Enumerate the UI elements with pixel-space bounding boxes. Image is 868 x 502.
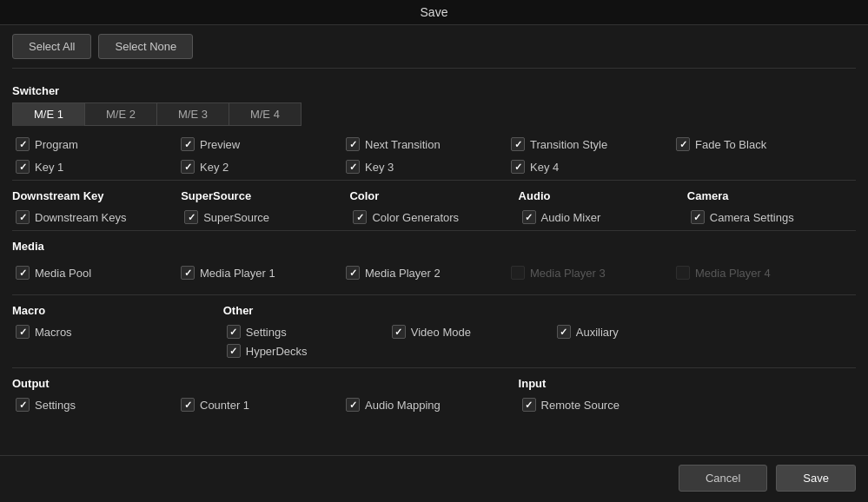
check-downstream-keys-label: Downstream Keys <box>35 211 126 224</box>
check-remote-source-label: Remote Source <box>541 399 620 412</box>
switcher-row1: Program Preview Next Transition Transiti… <box>12 135 856 154</box>
check-media-player3-label: Media Player 3 <box>530 267 606 280</box>
media-row: Media Pool Media Player 1 Media Player 2… <box>12 263 856 282</box>
check-media-player3-box[interactable] <box>511 266 525 280</box>
check-macros-label: Macros <box>35 326 72 339</box>
switcher-tabs: M/E 1 M/E 2 M/E 3 M/E 4 <box>12 102 856 126</box>
cancel-button[interactable]: Cancel <box>679 465 767 492</box>
check-video-mode-label: Video Mode <box>411 326 471 339</box>
check-supersource-label: SuperSource <box>203 211 269 224</box>
check-auxiliary: Auxiliary <box>553 322 719 341</box>
switcher-row2: Key 1 Key 2 Key 3 Key 4 <box>12 157 856 176</box>
check-macros: Macros <box>12 322 177 341</box>
check-camera-settings-box[interactable] <box>691 210 705 224</box>
check-media-player2-label: Media Player 2 <box>365 267 441 280</box>
camera-header: Camera <box>687 189 856 202</box>
check-audio-mapping-label: Audio Mapping <box>365 399 441 412</box>
check-media-pool: Media Pool <box>12 263 177 282</box>
check-downstream-keys-box[interactable] <box>16 210 30 224</box>
check-transition-style: Transition Style <box>507 135 673 154</box>
check-key3-box[interactable] <box>346 160 360 174</box>
macro-other-sections: Macro Macros Other Settings Video Mode <box>12 294 856 364</box>
check-key1-label: Key 1 <box>35 161 63 174</box>
check-media-player1-label: Media Player 1 <box>200 267 275 280</box>
check-settings: Settings <box>223 322 388 341</box>
check-key2: Key 2 <box>177 157 342 176</box>
check-counter1-label: Counter 1 <box>200 399 249 412</box>
check-media-player1-box[interactable] <box>181 266 195 280</box>
tab-me4[interactable]: M/E 4 <box>229 102 301 126</box>
check-next-transition: Next Transition <box>342 135 507 154</box>
check-video-mode: Video Mode <box>388 322 553 341</box>
check-settings-box[interactable] <box>227 325 241 339</box>
audio-section: Audio Audio Mixer <box>519 189 687 227</box>
check-output-settings-box[interactable] <box>16 398 30 412</box>
check-supersource: SuperSource <box>181 208 346 227</box>
title-bar: Save <box>0 0 868 25</box>
save-button[interactable]: Save <box>776 465 856 492</box>
switcher-section: Switcher M/E 1 M/E 2 M/E 3 M/E 4 Program… <box>12 68 856 176</box>
check-media-pool-label: Media Pool <box>35 267 91 280</box>
check-media-pool-box[interactable] <box>16 266 30 280</box>
check-hyperdecks-box[interactable] <box>227 344 241 358</box>
supersource-header: SuperSource <box>181 189 349 202</box>
check-key4-label: Key 4 <box>530 161 559 174</box>
tab-me3[interactable]: M/E 3 <box>156 102 229 126</box>
media-section: Media Media Pool Media Player 1 Media Pl… <box>12 230 856 286</box>
check-counter1: Counter 1 <box>177 395 342 414</box>
check-macros-box[interactable] <box>16 325 30 339</box>
check-output-settings: Settings <box>12 395 177 414</box>
output-header: Output <box>12 377 519 390</box>
check-key4-box[interactable] <box>511 160 525 174</box>
check-auxiliary-box[interactable] <box>557 325 571 339</box>
output-input-sections: Output Settings Counter 1 Audio Mapping … <box>12 367 856 418</box>
check-program-label: Program <box>35 138 78 151</box>
check-media-player4-box[interactable] <box>676 266 690 280</box>
check-camera-settings: Camera Settings <box>687 208 852 227</box>
tab-me2[interactable]: M/E 2 <box>84 102 156 126</box>
macro-header: Macro <box>12 304 223 317</box>
check-color-generators-box[interactable] <box>353 210 367 224</box>
footer: Cancel Save <box>0 455 868 500</box>
top-buttons: Select All Select None <box>0 25 868 68</box>
check-audio-mapping: Audio Mapping <box>342 395 507 414</box>
check-audio-mapping-box[interactable] <box>346 398 360 412</box>
check-audio-mixer-box[interactable] <box>522 210 536 224</box>
check-key3-label: Key 3 <box>365 161 394 174</box>
check-media-player1: Media Player 1 <box>177 263 342 282</box>
check-media-player3: Media Player 3 <box>507 263 673 282</box>
check-fade-to-black: Fade To Black <box>673 135 838 154</box>
check-supersource-box[interactable] <box>184 210 198 224</box>
output-row: Settings Counter 1 Audio Mapping <box>12 395 519 414</box>
check-program-box[interactable] <box>16 137 30 151</box>
check-media-player2: Media Player 2 <box>342 263 507 282</box>
check-media-player4: Media Player 4 <box>673 263 838 282</box>
check-output-settings-label: Settings <box>35 399 76 412</box>
tab-me1[interactable]: M/E 1 <box>12 102 84 126</box>
check-downstream-keys: Downstream Keys <box>12 208 177 227</box>
other-header: Other <box>223 304 856 317</box>
check-counter1-box[interactable] <box>181 398 195 412</box>
other-section: Other Settings Video Mode Auxiliary Hype… <box>223 304 856 364</box>
check-next-transition-label: Next Transition <box>365 138 441 151</box>
other-row: Settings Video Mode Auxiliary HyperDecks <box>223 322 856 360</box>
check-key3: Key 3 <box>342 157 507 176</box>
check-key2-box[interactable] <box>181 160 195 174</box>
downstream-key-section: Downstream Key Downstream Keys <box>12 189 181 227</box>
output-section: Output Settings Counter 1 Audio Mapping <box>12 377 519 418</box>
media-header: Media <box>12 240 856 253</box>
check-preview-box[interactable] <box>181 137 195 151</box>
check-next-transition-box[interactable] <box>346 137 360 151</box>
select-none-button[interactable]: Select None <box>98 34 193 59</box>
check-remote-source-box[interactable] <box>522 398 536 412</box>
check-media-player4-label: Media Player 4 <box>695 267 771 280</box>
check-key1-box[interactable] <box>16 160 30 174</box>
check-transition-style-box[interactable] <box>511 137 525 151</box>
check-auxiliary-label: Auxiliary <box>576 326 619 339</box>
color-header: Color <box>349 189 518 202</box>
select-all-button[interactable]: Select All <box>12 34 91 59</box>
check-fade-to-black-box[interactable] <box>676 137 690 151</box>
check-video-mode-box[interactable] <box>392 325 406 339</box>
check-media-player2-box[interactable] <box>346 266 360 280</box>
check-preview: Preview <box>177 135 342 154</box>
